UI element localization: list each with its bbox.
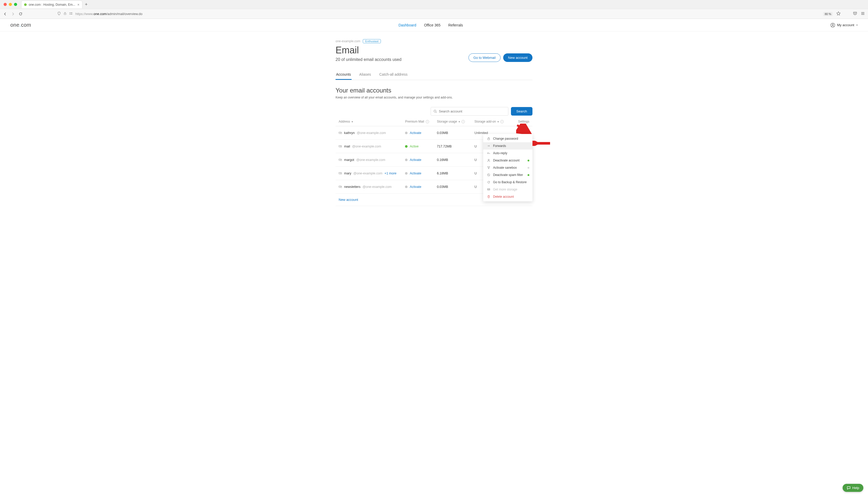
dd-delete-account[interactable]: Delete account [483, 193, 533, 200]
premium-cell[interactable]: Activate [405, 185, 437, 189]
search-icon [433, 110, 437, 113]
premium-cell[interactable]: Activate [405, 131, 437, 135]
trash-icon [487, 195, 490, 198]
nav-dashboard[interactable]: Dashboard [398, 23, 416, 27]
mail-lock-icon [338, 131, 342, 135]
reload-button[interactable] [19, 12, 22, 16]
dd-deactivate-spam[interactable]: Deactivate spam filter [483, 171, 533, 179]
close-window-button[interactable] [4, 3, 7, 6]
forward-button[interactable] [11, 12, 15, 16]
maximize-window-button[interactable] [14, 3, 17, 6]
premium-cell[interactable]: Activate [405, 158, 437, 162]
dd-deactivate-account[interactable]: Deactivate account [483, 157, 533, 164]
address-local: newsletters [344, 185, 360, 189]
address-local: mail [344, 144, 350, 148]
col-usage[interactable]: Storage usage ▾ i [437, 120, 474, 123]
premium-label: Activate [410, 172, 421, 175]
block-icon [487, 173, 490, 176]
breadcrumb: one-example.com Enthusiast [335, 39, 533, 43]
new-tab-button[interactable]: + [85, 2, 88, 7]
tab-bar: one.com : Hosting, Domain, Em... × + [0, 0, 868, 9]
status-dot [405, 145, 408, 148]
page-content: one-example.com Enthusiast Email 20 of u… [335, 31, 533, 221]
favicon [24, 3, 27, 6]
account-label: My account [837, 23, 854, 27]
section-title: Your email accounts [335, 87, 533, 94]
info-icon[interactable]: i [426, 120, 429, 123]
col-addon[interactable]: Storage add-on ▾ i [474, 120, 512, 123]
logo-text-post: com [21, 22, 31, 28]
col-settings: Settings [512, 120, 530, 123]
permissions-icon [69, 12, 73, 16]
address-domain: @one-example.com [353, 172, 382, 175]
chevron-down-icon: ▾ [459, 120, 460, 123]
svg-point-7 [434, 110, 436, 112]
tab-accounts[interactable]: Accounts [335, 70, 352, 80]
svg-point-11 [488, 159, 489, 161]
tab-catchall[interactable]: Catch-all address [379, 70, 408, 80]
close-tab-icon[interactable]: × [77, 3, 79, 7]
tab-aliases[interactable]: Aliases [359, 70, 372, 80]
tabs: Accounts Aliases Catch-all address [335, 70, 533, 80]
mail-lock-icon [338, 158, 342, 161]
dd-change-password[interactable]: Change password [483, 135, 533, 142]
table-body: kathryn@one-example.com Activate 0.03MB … [335, 126, 533, 193]
status-dot [405, 131, 408, 134]
dd-activate-sanebox[interactable]: Activate sanebox [483, 164, 533, 171]
account-menu[interactable]: My account ▾ [831, 23, 858, 28]
table-row: kathryn@one-example.com Activate 0.03MB … [335, 126, 533, 140]
url-box[interactable]: https://www.one.com/admin/mail/overview.… [57, 12, 820, 16]
premium-cell[interactable]: Activate [405, 172, 437, 175]
main-nav: Dashboard Office 365 Referrals [398, 23, 463, 27]
mail-lock-icon [338, 172, 342, 175]
info-icon[interactable]: i [461, 120, 465, 123]
zoom-level[interactable]: 80 % [823, 12, 833, 16]
search-button[interactable]: Search [511, 107, 533, 115]
svg-rect-4 [70, 14, 72, 15]
search-box[interactable] [431, 107, 508, 115]
usage-cell: 717.72MB [437, 144, 474, 148]
minimize-window-button[interactable] [9, 3, 12, 6]
table-header: Address ▾ Premium Mail i Storage usage ▾… [335, 115, 533, 126]
go-to-webmail-button[interactable]: Go to Webmail [469, 53, 501, 62]
logo[interactable]: one.com [10, 22, 31, 28]
address-bar: https://www.one.com/admin/mail/overview.… [0, 9, 868, 19]
address-cell: newsletters@one-example.com [338, 185, 405, 189]
usage-cell: 0.03MB [437, 131, 474, 135]
reply-icon [487, 152, 490, 155]
annotation-arrow [533, 141, 551, 147]
settings-dropdown: Change password Forwards Auto-reply Deac… [483, 134, 533, 201]
svg-point-6 [832, 24, 833, 25]
menu-icon[interactable] [861, 11, 865, 16]
dd-backup-restore[interactable]: Go to Backup & Restore [483, 179, 533, 186]
chevron-down-icon: ▾ [498, 120, 499, 123]
info-icon[interactable]: i [500, 120, 504, 123]
address-local: mary [344, 172, 351, 175]
envelope-icon [487, 188, 490, 191]
status-dot [405, 186, 408, 188]
search-input[interactable] [439, 109, 506, 113]
address-cell: mary@one-example.com +1 more [338, 172, 405, 175]
svg-point-1 [69, 13, 70, 13]
domain-name: one-example.com [335, 40, 360, 43]
new-account-button[interactable]: New account [503, 53, 533, 62]
usage-cell: 0.03MB [437, 185, 474, 189]
tab-title: one.com : Hosting, Domain, Em... [29, 3, 75, 6]
col-address[interactable]: Address ▾ [338, 120, 405, 123]
back-button[interactable] [3, 12, 7, 16]
dd-auto-reply[interactable]: Auto-reply [483, 150, 533, 157]
refresh-icon [487, 181, 490, 184]
premium-cell[interactable]: Active [405, 144, 437, 148]
dd-forwards[interactable]: Forwards [483, 142, 533, 150]
browser-tab[interactable]: one.com : Hosting, Domain, Em... × [21, 1, 82, 8]
more-link[interactable]: +1 more [384, 172, 396, 175]
nav-office365[interactable]: Office 365 [424, 23, 441, 27]
nav-referrals[interactable]: Referrals [448, 23, 463, 27]
dd-get-storage: Get more storage [483, 186, 533, 193]
pocket-icon[interactable] [853, 11, 857, 16]
plan-badge: Enthusiast [363, 39, 381, 43]
svg-rect-17 [341, 160, 342, 161]
bookmark-icon[interactable] [836, 11, 840, 16]
status-dot-icon [527, 167, 530, 169]
filter-icon [487, 166, 490, 169]
